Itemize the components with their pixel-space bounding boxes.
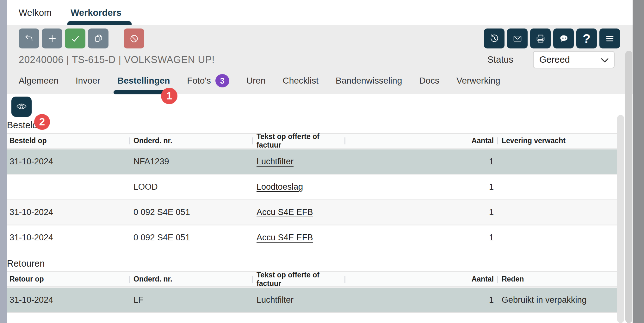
tab-label: Welkom [19, 8, 52, 18]
part-link[interactable]: Accu S4E EFB [257, 207, 313, 217]
table-row[interactable]: 31-10-2024 LF Luchtfilter 1 Gebruikt in … [7, 287, 619, 313]
subtab-uren[interactable]: Uren [246, 76, 266, 86]
help-button[interactable]: ? [576, 28, 597, 48]
subtab-label: Algemeen [19, 76, 59, 86]
toolbar: ? [7, 28, 633, 48]
besteld-table-header: Besteld op Onderd. nr. Tekst op offerte … [7, 134, 619, 149]
column-header: Aantal [344, 272, 497, 286]
chat-button[interactable] [553, 28, 574, 48]
window-scrollbar-track[interactable] [633, 0, 644, 323]
cell-part-number: LF [129, 295, 252, 305]
cell-part-number: NFA1239 [129, 157, 252, 167]
column-divider [129, 137, 130, 144]
inner-scrollbar-thumb[interactable] [617, 115, 624, 323]
column-divider [344, 137, 345, 144]
cell-reason: Gebruikt in verpakking [497, 295, 619, 305]
left-edge-strip [0, 0, 7, 323]
column-header: Tekst op offerte of factuur [252, 272, 344, 286]
active-tab-indicator [67, 21, 132, 25]
chevron-down-icon [601, 54, 609, 65]
history-icon [488, 32, 501, 45]
tab-welkom[interactable]: Welkom [19, 0, 52, 25]
column-header: Retour op [7, 272, 129, 286]
top-tab-bar: Welkom Werkorders [7, 0, 633, 25]
retouren-table-header: Retour op Onderd. nr. Tekst op offerte o… [7, 272, 619, 287]
copy-button[interactable] [88, 28, 108, 48]
view-button[interactable] [11, 97, 32, 117]
cell-quantity: 1 [344, 207, 497, 217]
cell-date: 31-10-2024 [7, 157, 129, 167]
retouren-table: Retour op Onderd. nr. Tekst op offerte o… [7, 271, 619, 313]
cell-date: 31-10-2024 [7, 233, 129, 243]
column-header: Besteld op [7, 134, 129, 148]
cell-quantity: 1 [344, 233, 497, 243]
print-button[interactable] [530, 28, 551, 48]
subtab-bandenwisseling[interactable]: Bandenwisseling [336, 76, 402, 86]
cell-quantity: 1 [344, 157, 497, 167]
history-button[interactable] [484, 28, 505, 48]
besteld-table: Besteld op Onderd. nr. Tekst op offerte … [7, 133, 619, 250]
column-divider [497, 137, 498, 144]
subtab-invoer[interactable]: Invoer [76, 76, 100, 86]
undo-button[interactable] [19, 28, 39, 48]
check-icon [69, 32, 82, 45]
subtab-bar: Algemeen Invoer Bestellingen Foto's 3 Ur… [7, 74, 633, 87]
cell-part-number: 0 092 S4E 051 [129, 233, 252, 243]
ban-icon [127, 32, 141, 45]
cancel-button[interactable] [124, 28, 144, 48]
app-window: Welkom Werkorders [0, 0, 644, 323]
print-icon [534, 32, 547, 45]
workorder-title: 20240006 | TS-615-D | VOLKSWAGEN UP! [19, 54, 215, 66]
column-divider [497, 276, 498, 283]
subtab-algemeen[interactable]: Algemeen [19, 76, 59, 86]
subtab-fotos[interactable]: Foto's 3 [187, 74, 229, 87]
workorder-header: 20240006 | TS-615-D | VOLKSWAGEN UP! Sta… [7, 51, 633, 68]
part-link[interactable]: Accu S4E EFB [257, 233, 313, 242]
subtab-bestellingen[interactable]: Bestellingen [117, 76, 170, 86]
add-button[interactable] [42, 28, 62, 48]
eye-icon [15, 99, 28, 114]
cell-part-number: 0 092 S4E 051 [129, 207, 252, 217]
fotos-count-badge: 3 [215, 74, 229, 87]
column-divider [252, 276, 253, 283]
mail-icon [511, 32, 524, 45]
tab-label: Werkorders [71, 8, 121, 18]
column-header: Tekst op offerte of factuur [252, 134, 344, 148]
column-header: Onderd. nr. [129, 272, 252, 286]
table-row[interactable]: 31-10-2024 0 092 S4E 051 Accu S4E EFB 1 [7, 225, 619, 250]
cell-date: 31-10-2024 [7, 295, 129, 305]
column-divider [344, 276, 345, 283]
confirm-button[interactable] [65, 28, 85, 48]
subtab-checklist[interactable]: Checklist [282, 76, 319, 86]
subtab-label: Bandenwisseling [336, 76, 402, 86]
undo-icon [23, 32, 35, 45]
mail-button[interactable] [507, 28, 528, 48]
part-link[interactable]: Luchtfilter [257, 157, 294, 166]
toolbar-right: ? [484, 28, 620, 48]
toolbar-left [19, 28, 144, 48]
table-row[interactable]: 31-10-2024 NFA1239 Luchtfilter 1 [7, 149, 619, 174]
column-header: Reden [497, 272, 619, 286]
subtab-label: Uren [246, 76, 266, 86]
cell-date: 31-10-2024 [7, 207, 129, 217]
subtab-verwerking[interactable]: Verwerking [456, 76, 500, 86]
plus-icon [46, 32, 59, 45]
cell-description: Luchtfilter [252, 295, 344, 305]
page-scrollbar-thumb[interactable] [625, 51, 632, 323]
subtab-docs[interactable]: Docs [419, 76, 439, 86]
column-header: Levering verwacht [497, 134, 619, 148]
annotation-2: 2 [34, 114, 50, 130]
part-link[interactable]: Loodtoeslag [257, 182, 303, 192]
tab-werkorders[interactable]: Werkorders [71, 0, 121, 25]
table-row[interactable]: 31-10-2024 0 092 S4E 051 Accu S4E EFB 1 [7, 199, 619, 225]
main-area: Welkom Werkorders [7, 0, 633, 323]
subtab-label: Invoer [76, 76, 100, 86]
menu-button[interactable] [599, 28, 620, 48]
status-dropdown[interactable]: Gereed [533, 51, 615, 68]
chat-icon [557, 32, 570, 45]
table-row[interactable]: LOOD Loodtoeslag 1 [7, 174, 619, 199]
column-divider [129, 276, 130, 283]
column-header: Aantal [344, 134, 497, 148]
help-icon: ? [583, 32, 590, 45]
status-value: Gereed [539, 54, 570, 65]
